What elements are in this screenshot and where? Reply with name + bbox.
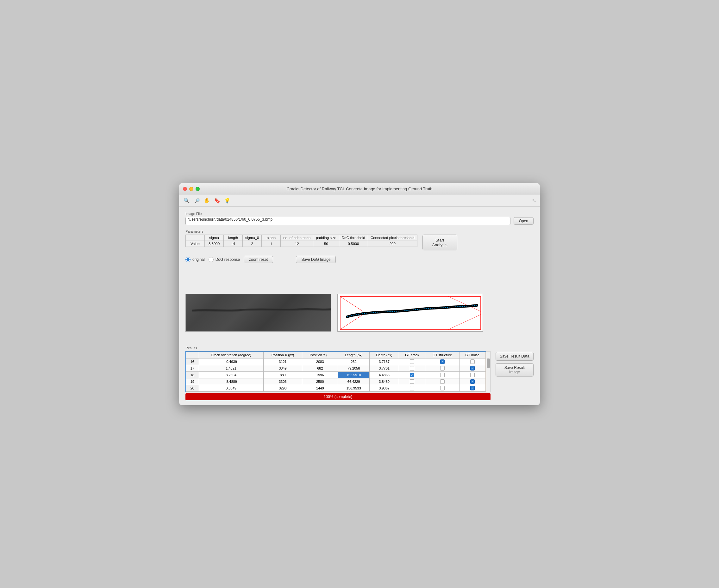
progress-bar: 100% (complete) — [185, 393, 491, 400]
gt-noise-cb[interactable] — [470, 359, 475, 364]
row-number: 16 — [186, 358, 199, 365]
gt-crack-cb-cell[interactable] — [399, 365, 425, 372]
traffic-lights — [183, 187, 200, 191]
close-button[interactable] — [183, 187, 187, 191]
length-val: 79.2058 — [338, 365, 370, 372]
gt-noise-cb[interactable] — [470, 379, 475, 384]
gt-noise-cb-cell[interactable] — [459, 385, 485, 391]
gt-noise-cb[interactable] — [470, 366, 475, 371]
bookmark-icon[interactable]: 🔖 — [213, 197, 221, 205]
progress-text: 100% (complete) — [324, 395, 353, 399]
zoom-reset-button[interactable]: zoom reset — [244, 256, 273, 263]
save-result-data-button[interactable]: Save Result Data — [496, 352, 534, 361]
depth-val: 3.9367 — [369, 385, 399, 391]
gt-crack-cb[interactable] — [410, 386, 414, 391]
gt-crack-cb-cell[interactable] — [399, 372, 425, 378]
open-button[interactable]: Open — [514, 217, 534, 225]
orientation-val: -8.4889 — [199, 378, 263, 385]
th-depth: Depth (px) — [369, 352, 399, 358]
original-radio[interactable]: original — [185, 257, 205, 262]
gt-structure-cb[interactable] — [440, 359, 445, 364]
maximize-button[interactable] — [196, 187, 200, 191]
save-result-image-button[interactable]: Save Result Image — [496, 363, 534, 377]
file-path-display: /Users/eunchurn/data/024856/1/60_0.0755_… — [185, 217, 511, 225]
gt-crack-cb-cell[interactable] — [399, 378, 425, 385]
minimize-button[interactable] — [189, 187, 193, 191]
controls-row: original DoG response zoom reset Save Do… — [185, 256, 534, 263]
table-row: 19-8.48893306258066.42293.8480 — [186, 378, 486, 385]
gt-structure-cb[interactable] — [440, 386, 445, 391]
dog-radio[interactable]: DoG response — [208, 257, 240, 262]
col-dog: DoG threshold — [339, 235, 368, 240]
col-sigma0: sigma_0 — [243, 235, 262, 240]
gt-crack-cb-cell[interactable] — [399, 358, 425, 365]
gt-structure-cb-cell[interactable] — [425, 365, 459, 372]
param-no-orientation[interactable]: 12 — [281, 240, 313, 247]
table-row: 171.4321334968279.20583.7701 — [186, 365, 486, 372]
depth-val: 3.7167 — [369, 358, 399, 365]
gt-crack-cb-cell[interactable] — [399, 385, 425, 391]
col-empty — [186, 235, 205, 240]
images-row — [185, 294, 534, 332]
gt-crack-cb[interactable] — [410, 373, 414, 377]
posx-val: 889 — [263, 372, 302, 378]
posx-val: 3349 — [263, 365, 302, 372]
zoom-in-icon[interactable]: 🔍 — [183, 197, 191, 205]
gt-noise-cb-cell[interactable] — [459, 358, 485, 365]
param-padding[interactable]: 50 — [313, 240, 339, 247]
gt-noise-cb-cell[interactable] — [459, 378, 485, 385]
gt-noise-cb[interactable] — [470, 386, 475, 391]
parameters-table: sigma length sigma_0 alpha no. of orient… — [185, 235, 417, 247]
table-row: 200.364932981449156.95333.9367 — [186, 385, 486, 391]
orientation-val: 0.3649 — [199, 385, 263, 391]
param-length[interactable]: 14 — [224, 240, 243, 247]
param-dog[interactable]: 0.5000 — [339, 240, 368, 247]
length-val: 66.4229 — [338, 378, 370, 385]
orientation-val: 8.2894 — [199, 372, 263, 378]
original-radio-inner — [186, 258, 189, 261]
scrollbar-thumb[interactable] — [487, 358, 490, 368]
lightbulb-icon[interactable]: 💡 — [223, 197, 231, 205]
gt-structure-cb[interactable] — [440, 366, 445, 371]
posx-val: 3306 — [263, 378, 302, 385]
dog-label: DoG response — [216, 257, 240, 262]
save-dog-image-button[interactable]: Save DoG Image — [296, 256, 336, 263]
dog-radio-circle[interactable] — [208, 257, 214, 262]
gt-structure-cb-cell[interactable] — [425, 378, 459, 385]
gt-crack-cb[interactable] — [410, 359, 414, 364]
gt-structure-cb-cell[interactable] — [425, 372, 459, 378]
th-orientation: Crack orientation (degree) — [199, 352, 263, 358]
gt-noise-cb-cell[interactable] — [459, 365, 485, 372]
original-label: original — [193, 257, 205, 262]
gt-structure-cb-cell[interactable] — [425, 385, 459, 391]
analysis-image — [337, 294, 483, 332]
length-val: 232 — [338, 358, 370, 365]
gt-structure-cb[interactable] — [440, 373, 445, 377]
start-analysis-button[interactable]: Start Analysis — [422, 235, 457, 250]
zoom-out-icon[interactable]: 🔎 — [193, 197, 201, 205]
posy-val: 2580 — [302, 378, 338, 385]
results-label: Results — [185, 346, 491, 350]
gt-crack-cb[interactable] — [410, 379, 414, 384]
row-number: 19 — [186, 378, 199, 385]
hand-icon[interactable]: ✋ — [203, 197, 211, 205]
gt-noise-cb[interactable] — [470, 373, 475, 377]
gt-structure-cb[interactable] — [440, 379, 445, 384]
th-length: Length (px) — [338, 352, 370, 358]
param-alpha[interactable]: 1 — [262, 240, 281, 247]
param-sigma0[interactable]: 2 — [243, 240, 262, 247]
results-table-wrapper: Crack orientation (degree) Position X (p… — [185, 351, 491, 392]
param-connected[interactable]: 200 — [368, 240, 417, 247]
col-length: length — [224, 235, 243, 240]
param-sigma[interactable]: 3.3000 — [205, 240, 224, 247]
spacer-mid — [185, 337, 534, 346]
gt-noise-cb-cell[interactable] — [459, 372, 485, 378]
results-scrollbar[interactable] — [486, 351, 491, 392]
gt-structure-cb-cell[interactable] — [425, 358, 459, 365]
original-radio-circle[interactable] — [185, 257, 191, 262]
col-no-orientation: no. of orientation — [281, 235, 313, 240]
orientation-val: -0.4939 — [199, 358, 263, 365]
gt-crack-cb[interactable] — [410, 366, 414, 371]
posx-val: 3121 — [263, 358, 302, 365]
posy-val: 1449 — [302, 385, 338, 391]
